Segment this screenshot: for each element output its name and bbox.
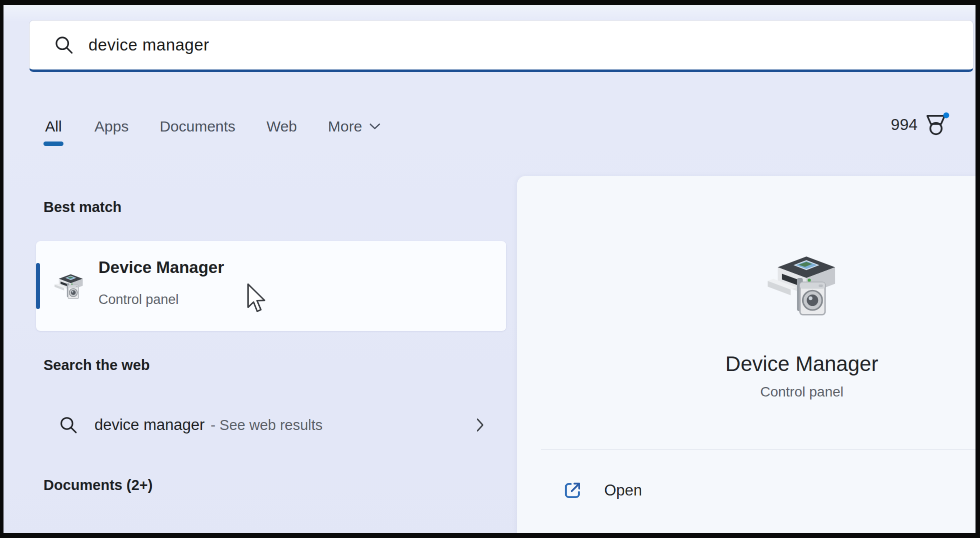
device-manager-icon [757, 245, 848, 324]
windows-search-flyout: device manager All Apps Documents Web [0, 0, 980, 538]
tab-documents[interactable]: Documents [159, 118, 235, 146]
rewards-counter[interactable]: 994 [891, 111, 950, 138]
open-action[interactable]: Open [562, 480, 642, 501]
open-label: Open [604, 482, 642, 500]
tab-apps[interactable]: Apps [94, 118, 128, 146]
best-match-heading: Best match [43, 199, 121, 216]
search-input[interactable]: device manager [29, 20, 974, 72]
tab-all[interactable]: All [43, 118, 63, 146]
best-match-result[interactable]: Device Manager Control panel [36, 241, 506, 331]
tab-more[interactable]: More [328, 118, 380, 146]
search-web-heading: Search the web [43, 357, 150, 374]
result-subtitle: Control panel [98, 292, 179, 308]
selection-accent-bar [36, 263, 40, 309]
result-title: Device Manager [98, 258, 224, 277]
preview-subtitle: Control panel [760, 384, 844, 400]
web-query-text: device manager [94, 416, 205, 434]
search-panel-surface: device manager All Apps Documents Web [3, 5, 976, 533]
web-suffix-text: - See web results [211, 417, 323, 434]
active-tab-indicator [43, 142, 63, 146]
preview-title: Device Manager [726, 352, 879, 376]
result-preview-pane: Device Manager Control panel Open [517, 176, 976, 533]
notification-dot [944, 112, 950, 118]
chevron-right-icon [476, 418, 484, 432]
search-icon [58, 415, 78, 435]
search-query-text: device manager [88, 36, 209, 54]
tab-web[interactable]: Web [266, 118, 297, 146]
web-search-result[interactable]: device manager - See web results [43, 410, 484, 440]
documents-heading: Documents (2+) [43, 477, 152, 494]
chevron-down-icon [369, 123, 380, 130]
rewards-points: 994 [891, 116, 918, 134]
search-filter-tabs: All Apps Documents Web More [43, 118, 380, 146]
preview-content: Device Manager Control panel [517, 176, 976, 400]
rewards-medal-icon [924, 111, 950, 138]
search-icon [53, 34, 74, 56]
external-link-icon [562, 480, 583, 501]
mouse-cursor [246, 283, 268, 314]
divider [541, 449, 976, 450]
device-manager-icon [51, 269, 87, 303]
